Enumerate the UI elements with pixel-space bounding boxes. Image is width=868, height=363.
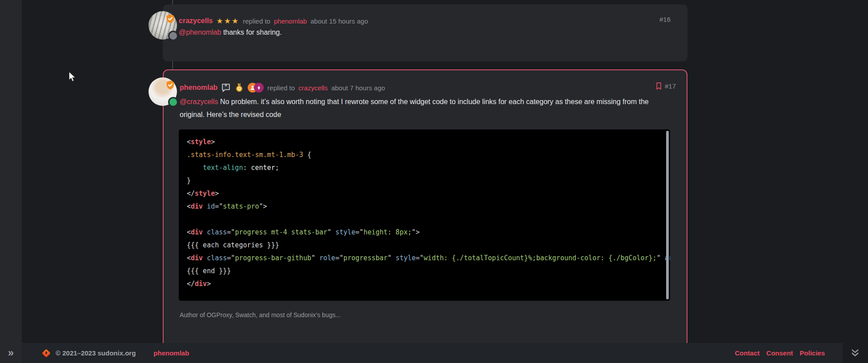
author-link[interactable]: crazycells (179, 17, 213, 25)
user-mention-link[interactable]: @crazycells (180, 98, 218, 105)
verified-shield-icon (165, 14, 175, 24)
replied-to-user-link[interactable]: crazycells (298, 84, 328, 92)
author-signature: Author of OGProxy, Swatch, and most of S… (180, 311, 341, 319)
post-text: thanks for sharing. (223, 28, 282, 36)
status-indicator-offline (168, 31, 178, 41)
double-chevron-down-icon (850, 348, 860, 358)
post-timestamp[interactable]: about 7 hours ago (331, 84, 385, 92)
page-footer: © 2021–2023 sudonix.org phenomlab Contac… (22, 343, 843, 363)
author-link[interactable]: phenomlab (180, 84, 217, 92)
post-number-link[interactable]: #16 (659, 16, 671, 23)
code-block: <style>.stats-info.text-sm.mt-1.mb-3 { t… (179, 129, 670, 301)
sudonix-logo-icon[interactable] (41, 348, 51, 358)
svg-text:“: “ (225, 84, 227, 89)
post-number-link[interactable]: #17 (655, 82, 676, 90)
post-17-highlighted: phenomlab “ replied to crazycells about … (163, 69, 687, 363)
left-navigation-rail: » (0, 0, 22, 363)
replied-to-label: replied to (243, 17, 270, 25)
post-16-content: @phenomlab thanks for sharing. (179, 26, 282, 39)
avatar-phenomlab[interactable] (149, 77, 177, 106)
replied-to-label: replied to (267, 84, 295, 92)
post-text: No problem. it’s also worth noting that … (180, 98, 649, 118)
medal-badge-icon[interactable] (234, 83, 244, 93)
post-17-content: @crazycells No problem. it’s also worth … (180, 95, 662, 121)
mouse-cursor (68, 71, 77, 82)
footer-links: Contact Consent Policies (735, 349, 843, 357)
quote-bubble-badge-icon[interactable]: “ (221, 83, 231, 93)
code-scrollbar[interactable] (666, 131, 669, 299)
moderator-stars-icon: ★★★ (217, 16, 240, 26)
post-16: crazycells ★★★ replied to phenomlab abou… (163, 4, 687, 61)
contact-link[interactable]: Contact (735, 349, 760, 357)
thread-connector-line (172, 61, 173, 69)
expand-sidebar-button[interactable]: » (0, 345, 22, 360)
replied-to-user-link[interactable]: phenomlab (274, 17, 307, 25)
verified-shield-icon (165, 80, 175, 90)
consent-link[interactable]: Consent (766, 349, 793, 357)
scroll-to-bottom-button[interactable] (848, 347, 862, 359)
status-indicator-online (168, 97, 178, 107)
policies-link[interactable]: Policies (800, 349, 825, 357)
post-16-header: crazycells ★★★ replied to phenomlab abou… (179, 15, 368, 27)
double-chevron-right-icon: » (8, 347, 14, 359)
thread-connector-line (172, 0, 173, 4)
lightning-badge-icon[interactable] (254, 83, 264, 93)
post-timestamp[interactable]: about 15 hours ago (310, 17, 368, 25)
forum-thread-page: » crazycells ★★★ replied to phenomlab ab… (0, 0, 868, 363)
avatar-crazycells[interactable] (149, 11, 177, 40)
post-17-header: phenomlab “ replied to crazycells about … (180, 82, 385, 93)
post-number-label: #16 (659, 16, 671, 23)
group-badges (248, 83, 264, 93)
post-number-label: #17 (665, 82, 676, 90)
footer-username-link[interactable]: phenomlab (153, 349, 189, 357)
copyright-text: © 2021–2023 sudonix.org (56, 349, 136, 357)
bookmark-icon (655, 82, 662, 90)
user-mention-link[interactable]: @phenomlab (179, 28, 221, 36)
